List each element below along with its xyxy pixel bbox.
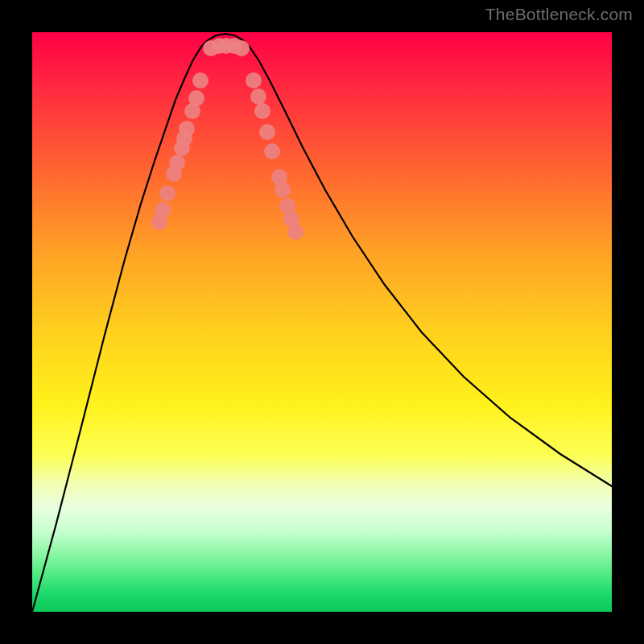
dot-left-2 (159, 185, 175, 201)
dot-right-4 (264, 143, 280, 159)
dots-group (151, 38, 303, 240)
bottleneck-curve (32, 34, 612, 612)
watermark-text: TheBottleneck.com (485, 5, 633, 24)
dot-left-7 (179, 121, 195, 137)
plot-area (32, 32, 612, 612)
dot-left-1 (155, 202, 171, 218)
curve-group (32, 34, 612, 612)
dot-right-1 (250, 89, 266, 105)
chart-svg (32, 32, 612, 612)
chart-frame: TheBottleneck.com (0, 0, 644, 644)
dot-right-6 (275, 182, 291, 198)
dot-right-2 (254, 103, 270, 119)
dot-left-4 (169, 155, 185, 171)
dot-right-9 (287, 224, 303, 240)
dot-bottom-4 (233, 40, 250, 56)
dot-right-3 (259, 124, 275, 140)
dot-right-0 (246, 72, 262, 89)
dot-left-10 (192, 72, 208, 89)
dot-left-9 (188, 90, 204, 106)
